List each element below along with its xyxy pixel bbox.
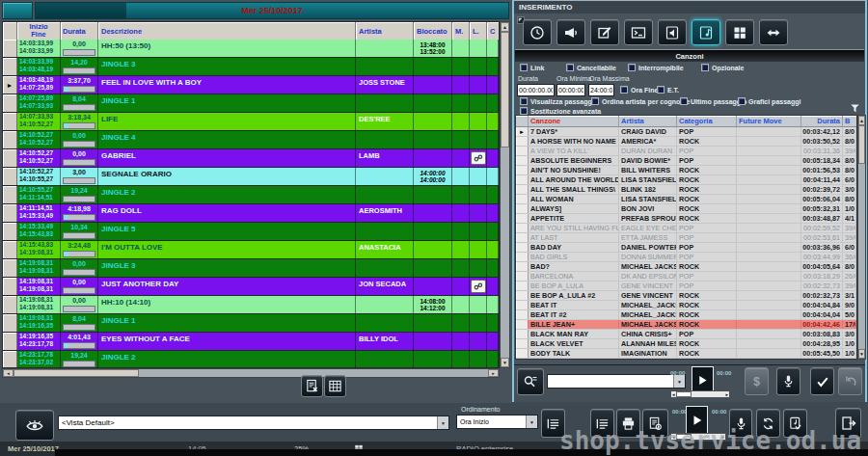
chevron-down-icon[interactable]: ▼	[437, 416, 448, 429]
expand-button[interactable]	[759, 19, 788, 45]
library-row[interactable]: BEAT ITMICHAEL_JACKS(ROCK00:04:04,849/0	[516, 301, 856, 310]
log-button[interactable]	[642, 409, 668, 438]
library-row[interactable]: ALWAYS]BON JOVIROCK00:05:32,311/0	[516, 204, 856, 214]
view-button[interactable]	[15, 410, 54, 441]
header-artista[interactable]: Artista	[619, 116, 677, 126]
playlist-horizontal-scrollbar[interactable]: ◂ ▸	[2, 368, 500, 378]
library-row[interactable]: A HORSE WITH NO NAMEAMERICA*ROCK00:03:50…	[516, 137, 856, 147]
library-row[interactable]: ALL AROUND THE WORLDLISA STANSFIELDROCK0…	[516, 175, 856, 185]
playlist-row[interactable]: 14:10:52,2714:10:52,270,00GABRIELLAMB	[3, 149, 499, 168]
command-button[interactable]	[624, 19, 653, 45]
checkbox-ora-fine[interactable]: Ora Fine	[620, 86, 658, 94]
playlist-edit-button[interactable]	[590, 409, 614, 438]
library-row[interactable]: APPETITEPREFAB SPROUTROCK00:03:48,874/1	[516, 214, 856, 224]
announce-button[interactable]	[556, 19, 585, 45]
library-row[interactable]: BORN IN THE USABRUCE SPRINGS'ROCK00:04:2…	[516, 359, 856, 360]
scrollbar-thumb[interactable]	[14, 369, 139, 377]
checkbox-visualizza-passaggi[interactable]: Visualizza passaggi	[520, 97, 594, 105]
library-row[interactable]: ►7 DAYS*CRAIG DAVIDPOP00:03:42,128/0	[516, 127, 856, 137]
checkbox-et[interactable]: E.T.	[657, 86, 679, 94]
inserimento-titlebar[interactable]: INSERIMENTO	[514, 1, 865, 13]
ora-massima-field[interactable]	[588, 84, 614, 96]
library-row[interactable]: BEAT IT #2MICHAEL_JACKS(ROCK00:04:04,045…	[516, 310, 856, 320]
library-row[interactable]: BAD GIRLSDONNA SUMMERPOP00:03:44,9936/0	[516, 253, 856, 262]
record-button[interactable]	[776, 367, 800, 395]
library-row[interactable]: BAD DAYDANIEL POWTERPOP00:03:36,966/0	[516, 243, 856, 253]
ordinamento-combo[interactable]: Ora Inizio ▼	[456, 415, 538, 429]
scroll-up-icon[interactable]: ▲	[858, 116, 865, 125]
header-future-move[interactable]: Future Move	[737, 116, 801, 126]
edit-button[interactable]	[590, 19, 619, 45]
confirm-button[interactable]	[810, 367, 834, 395]
durata-field[interactable]	[517, 84, 555, 96]
chevron-down-icon[interactable]: ▼	[526, 416, 537, 428]
library-row[interactable]: ARE YOU STILL HAVING FUN\EAGLE EYE CHERR…	[516, 224, 856, 233]
scrollbar-thumb[interactable]	[858, 125, 865, 164]
grid-view-button[interactable]	[324, 375, 346, 397]
checkbox-opzionale[interactable]: Opzionale	[701, 64, 744, 71]
playlist-row[interactable]: 14:10:55,2714:11:14,5119,24JINGLE 2	[3, 186, 499, 204]
checkbox-ultimo-passaggio[interactable]: Ultimo passaggio	[680, 97, 746, 105]
library-row[interactable]: A VIEW TO A KILL'DURAN DURANPOP00:03:31,…	[516, 147, 856, 156]
audio-file-button[interactable]	[658, 19, 687, 45]
playlist-row[interactable]: 14:23:17,7814:23:37,0219,24JINGLE 2	[3, 351, 499, 368]
scroll-down-icon[interactable]: ▼	[858, 349, 865, 359]
library-row[interactable]: ALL WOMANLISA STANSFIELDROCK00:05:06,048…	[516, 195, 856, 204]
playlist-row[interactable]: 14:07:33,9314:10:52,273:18,34LIFEDES'REE	[3, 113, 499, 131]
header-durata[interactable]: Durata	[801, 116, 843, 126]
checkbox-link[interactable]: Link	[520, 64, 544, 71]
preview-play-button[interactable]	[692, 366, 714, 393]
library-row[interactable]: BLACK MAN RAYCHINA CRISIS+POP00:03:08,83…	[516, 330, 856, 339]
scrollbar-thumb[interactable]	[501, 32, 509, 148]
scroll-left-icon[interactable]: ◂	[3, 369, 14, 377]
main-position-slider[interactable]: ◂ ▸	[670, 433, 726, 441]
audio-export-button[interactable]	[783, 409, 807, 438]
playlist-row[interactable]: 14:19:08,3114:19:08,310,00HH:10 (14:10)1…	[3, 296, 499, 314]
playlist-row[interactable]: ►14:03:48,1914:07:25,893:37,70FEEL IN LO…	[3, 76, 499, 94]
slider-thumb[interactable]	[676, 391, 692, 397]
library-row[interactable]: BE BOP A_LULA #2GENE VINCENTROCK00:02:32…	[516, 291, 856, 301]
playlist-row[interactable]: 14:19:08,3114:19:08,310,00JINGLE 3	[3, 259, 499, 278]
playlist-row[interactable]: 14:11:14,5114:15:33,494:18,98RAG DOLLAER…	[3, 204, 499, 223]
header-inizio-fine[interactable]: Inizio Fine	[17, 22, 61, 40]
playlist-row[interactable]: 14:19:08,3114:19:16,358,04JINGLE 1	[3, 314, 499, 333]
clear-list-button[interactable]	[301, 375, 323, 397]
checkbox-sostituzione-avanzata[interactable]: Sostituzione avanzata	[520, 107, 601, 115]
header-artista[interactable]: Artista	[356, 22, 414, 40]
playlist-row[interactable]: 14:03:33,9914:03:48,1914,20JINGLE 3	[3, 58, 499, 76]
playlist-row[interactable]: 14:15:43,8314:19:08,313:24,48I'M OUTTA L…	[3, 241, 499, 259]
header-b[interactable]: B	[843, 116, 856, 126]
slider-right-arrow-icon[interactable]: ▸	[724, 391, 729, 397]
print-button[interactable]	[616, 409, 640, 438]
sync-button[interactable]	[756, 409, 780, 438]
library-row[interactable]: BE BOP A_LULAGENE VINCENTPOP00:02:32,733…	[516, 282, 856, 291]
library-vertical-scrollbar[interactable]: ▲ ▼	[857, 115, 866, 360]
undo-button[interactable]	[838, 367, 862, 395]
library-row[interactable]: AIN'T NO SUNSHINE!BILL WHITERSROCK00:01:…	[516, 166, 856, 175]
songs-button[interactable]	[692, 19, 720, 45]
header-c[interactable]: C	[487, 22, 499, 40]
clock-button[interactable]	[523, 19, 552, 45]
library-row[interactable]: BARCELONADK AND EPSILON?POP00:03:18,2926…	[516, 272, 856, 282]
mic-button[interactable]	[729, 409, 752, 438]
library-row[interactable]: AT LASTETTA JAMESSPOP00:02:53,6139/0	[516, 233, 856, 243]
layout-button[interactable]	[725, 19, 754, 45]
main-play-button[interactable]	[686, 406, 708, 435]
library-row[interactable]: ALL THE SMALL THINGS\BLINK 182ROCK00:02:…	[516, 185, 856, 195]
playlist-row[interactable]: 14:10:52,2714:10:55,273,00SEGNALE ORARIO…	[3, 168, 499, 186]
header-bloccato[interactable]: Bloccato	[414, 22, 452, 40]
header-durata[interactable]: Durata	[61, 22, 98, 40]
library-row[interactable]: BILLE JEAN+MICHAEL JACKSONROCK00:04:42,4…	[516, 320, 856, 330]
playlist-row[interactable]: 14:07:25,8914:07:33,938,04JINGLE 1	[3, 94, 499, 113]
scroll-down-icon[interactable]: ▼	[501, 358, 509, 367]
playlist-row[interactable]: 14:03:33,9914:03:33,990,00HH:50 (13:50)1…	[3, 40, 499, 58]
header-descrizione[interactable]: Descrizione	[98, 22, 356, 40]
checkbox-cancellabile[interactable]: Cancellabile	[566, 64, 616, 71]
playlist-row[interactable]: 14:15:33,4914:15:43,8310,34JINGLE 5	[3, 223, 499, 241]
playlist-vertical-scrollbar[interactable]: ▲ ▼	[500, 21, 510, 368]
chevron-down-icon[interactable]: ▼	[673, 375, 685, 388]
search-combo[interactable]: ▼	[547, 374, 686, 389]
vista-combo[interactable]: <Vista Default> ▼	[58, 416, 449, 430]
slider-right-arrow-icon[interactable]: ▸	[720, 434, 725, 440]
playlist-collapse-button[interactable]	[2, 2, 33, 19]
